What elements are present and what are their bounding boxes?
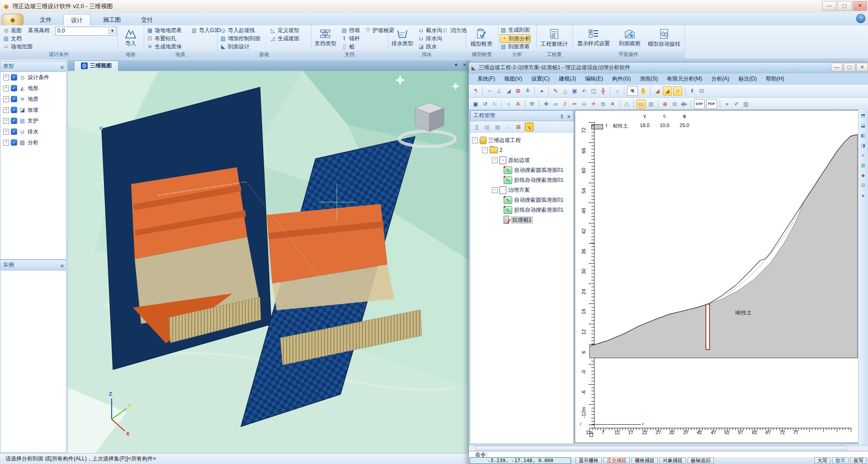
save-icon[interactable]: ▣ xyxy=(472,100,480,108)
layers-edit-icon[interactable]: ✐ xyxy=(732,100,741,108)
measure-icon[interactable]: ▥ xyxy=(859,161,867,169)
angle-icon[interactable]: ∠ xyxy=(495,87,503,95)
define-slope-button[interactable]: ◺定义坡型 xyxy=(269,27,299,34)
tree-node-polyline-slip-1[interactable]: ∿折线自动搜索滑面01 xyxy=(470,175,573,185)
checkbox[interactable]: ✓ xyxy=(11,74,17,80)
retaining-wall-button[interactable]: ▤挡墙 xyxy=(341,27,360,34)
display-style-button[interactable]: 显示样式设置 xyxy=(574,26,613,50)
column-icon[interactable]: ◫ xyxy=(590,87,598,95)
close-icon[interactable]: ✕ xyxy=(567,112,571,122)
tree-node-project[interactable]: −三维边坡工程 xyxy=(470,135,573,145)
tree-item-geology[interactable]: +✓≋地质 xyxy=(0,94,66,104)
plane-vertex-handle[interactable] xyxy=(99,127,103,130)
site-text-icon[interactable]: 地 xyxy=(627,86,638,96)
import-terrain-button[interactable]: 导入 xyxy=(121,26,141,50)
segment-icon[interactable]: ⌁ xyxy=(486,87,494,95)
scroll-up-icon[interactable]: ▲ xyxy=(859,191,867,199)
site-extent-button[interactable]: ▱场地范围 xyxy=(3,43,33,51)
checkbox[interactable]: ✓ xyxy=(11,85,17,91)
document-button[interactable]: ▤文档 xyxy=(3,35,22,43)
ruler-icon[interactable]: ▭ xyxy=(637,99,646,109)
app-menu-button[interactable]: ◆ xyxy=(2,14,24,26)
expander-icon[interactable]: + xyxy=(3,85,9,91)
copy-icon[interactable]: ⧉ xyxy=(599,100,607,108)
support-type-button[interactable]: 支挡类型 xyxy=(313,26,338,50)
close-view-icon[interactable]: ✕ xyxy=(463,62,467,67)
tree-node-polyline-slip-2[interactable]: ∿折线自动搜索滑面01 xyxy=(470,205,573,215)
pencil-icon[interactable]: ✎ xyxy=(552,87,560,95)
tree-node-circular-slip-2[interactable]: ∿自动搜索圆弧滑面01 xyxy=(470,195,573,205)
expander-icon[interactable]: + xyxy=(3,129,9,135)
explode-icon[interactable]: ✳ xyxy=(590,100,598,108)
tree-item-slope[interactable]: +✓◪放坡 xyxy=(0,104,66,115)
menu-component[interactable]: 构件(G) xyxy=(608,74,635,84)
excel-icon[interactable]: ▧ xyxy=(483,123,491,131)
expander-icon[interactable]: + xyxy=(3,107,9,113)
import-g3d-button[interactable]: ▧导入G3D xyxy=(191,27,221,34)
import-startline-button[interactable]: ◶导入起坡线 xyxy=(220,27,255,34)
section-design-button[interactable]: ◣剖面设计 xyxy=(220,43,250,51)
grid-snap-button[interactable]: 栅格捕捉 xyxy=(632,457,658,464)
ortho-snap-button[interactable]: 正交捕捉 xyxy=(604,457,630,464)
drain-ditch-button[interactable]: ⊔排水沟 xyxy=(418,35,442,43)
help-button[interactable]: ? xyxy=(856,14,865,23)
list-icon[interactable]: ≡ xyxy=(859,152,867,159)
offset-icon[interactable]: ⫽ xyxy=(561,100,569,108)
tree-item-drainage[interactable]: +✓⊔排水 xyxy=(0,126,66,137)
show-grid-button[interactable]: 显示栅格 xyxy=(576,457,602,464)
auto-rotate-button[interactable]: 模型自动旋转 xyxy=(646,26,683,50)
chevron-down-icon[interactable]: ▼ xyxy=(108,28,116,34)
slope-active-icon[interactable]: ◢ xyxy=(663,86,672,95)
tree-item-analysis[interactable]: +✓▨分析 xyxy=(0,137,66,148)
minimize-button[interactable]: — xyxy=(822,1,836,11)
tree-item-terrain[interactable]: +✓◭地形 xyxy=(0,83,66,94)
expander-icon[interactable]: + xyxy=(3,75,9,80)
checkbox[interactable]: ✓ xyxy=(11,118,17,124)
menu-system[interactable]: 系统(F) xyxy=(473,74,499,84)
checkbox[interactable]: ✓ xyxy=(11,128,17,135)
checkbox[interactable]: ✓ xyxy=(11,107,17,113)
maximize-button[interactable]: ▢ xyxy=(837,1,852,11)
tools-icon[interactable]: ⚒ xyxy=(528,100,536,108)
stack-icon[interactable]: ⊟ xyxy=(859,181,867,189)
quantity-stat-button[interactable]: 工程量统计 xyxy=(538,26,571,50)
menu-edit[interactable]: 编辑(E) xyxy=(581,74,607,84)
text-style-icon[interactable]: A xyxy=(514,100,522,108)
spline-icon[interactable]: △ xyxy=(561,87,569,95)
menu-settings[interactable]: 设置(C) xyxy=(527,74,554,84)
table-icon[interactable]: ▦ xyxy=(494,123,501,131)
overwrite-indicator[interactable]: 改写 xyxy=(850,457,867,464)
zoom-window-icon[interactable]: ⊙ xyxy=(670,100,679,108)
water-level-icon[interactable]: ≚ xyxy=(524,87,532,95)
tab-design[interactable]: 设计 xyxy=(63,14,90,26)
delete-icon[interactable]: ✕ xyxy=(609,100,617,108)
folder-jump-icon[interactable]: ↘ xyxy=(525,123,533,131)
site-strata-button[interactable]: ▦场地地层表 xyxy=(146,27,182,34)
section-analysis-button[interactable]: ◔剖面分析 xyxy=(500,34,531,43)
dxf-export-icon[interactable]: DXF xyxy=(694,99,705,109)
pile-button[interactable]: ▯桩 xyxy=(341,43,354,51)
link-icon[interactable]: ∞ xyxy=(552,100,560,108)
frame-icon[interactable]: ⊟ xyxy=(698,87,706,95)
stilling-basin-button[interactable]: ⊏消力池 xyxy=(442,27,467,34)
mirror-icon[interactable]: ⋀ xyxy=(623,100,631,108)
section-view-button[interactable]: ▧剖面查看 xyxy=(500,43,530,51)
tree-node-anti-slide-pile[interactable]: 抗滑桩1 xyxy=(470,215,573,225)
zoom-search-icon[interactable]: ○ xyxy=(505,100,513,108)
command-line[interactable]: 命令: xyxy=(469,451,868,458)
node-grid-icon[interactable]: ╬ xyxy=(599,87,607,95)
slope-fill-icon[interactable]: ◢ xyxy=(653,87,661,95)
tree-node-circular-slip-1[interactable]: ∿自动搜索圆弧滑面01 xyxy=(470,165,573,175)
pin-icon[interactable]: ⊼ xyxy=(560,112,564,122)
table-icon[interactable]: ▥ xyxy=(742,100,750,108)
list-style-icon[interactable]: ≡ xyxy=(673,86,682,95)
tab-delivery[interactable]: 交付 xyxy=(134,14,160,25)
drop-button[interactable]: ◪跌水 xyxy=(418,43,437,51)
horizontal-scrollbar[interactable] xyxy=(469,445,868,451)
menu-annotation[interactable]: 标注(D) xyxy=(734,74,761,84)
tree-node-treatment-plan[interactable]: −⋯治理方案 xyxy=(470,185,573,195)
pdf-export-icon[interactable]: PDF xyxy=(706,99,717,109)
anchor-button[interactable]: ⌇锚杆 xyxy=(341,35,360,43)
zoom-realtime-icon[interactable]: ⟴ xyxy=(680,100,688,108)
trim-icon[interactable]: ✂ xyxy=(571,100,579,108)
